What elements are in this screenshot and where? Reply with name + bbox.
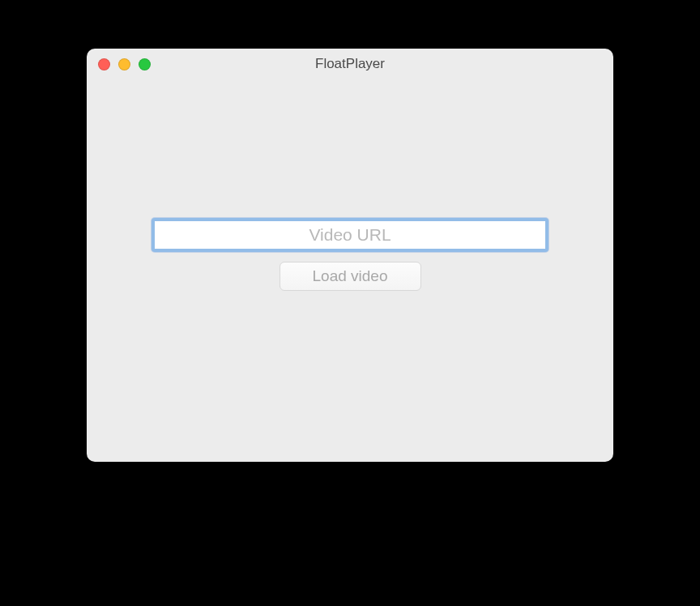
zoom-icon[interactable] [139,58,151,70]
load-video-button[interactable]: Load video [280,262,421,291]
titlebar: FloatPlayer [87,49,613,79]
content-area: Load video [87,79,613,462]
traffic-lights [98,58,151,70]
minimize-icon[interactable] [118,58,130,70]
close-icon[interactable] [98,58,110,70]
video-url-input[interactable] [152,218,548,252]
window-title: FloatPlayer [315,56,385,72]
app-window: FloatPlayer Load video [87,49,613,462]
